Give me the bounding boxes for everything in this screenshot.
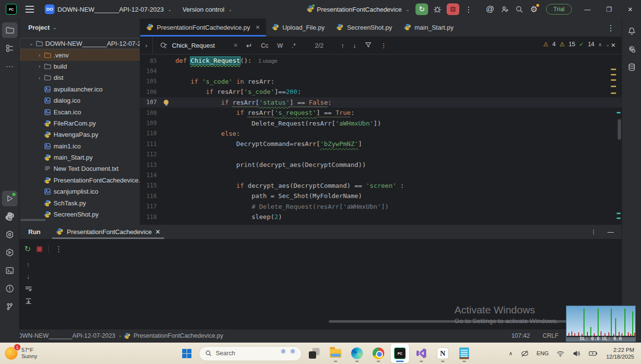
rerun-button[interactable]: ↻ <box>24 244 31 254</box>
more-tool-windows-button[interactable]: ⋯ <box>2 58 18 74</box>
task-view-button[interactable] <box>305 344 323 363</box>
tree-item-schtask-py[interactable]: SchTask.py <box>19 197 140 208</box>
version-control-tool-button[interactable] <box>2 299 18 314</box>
caret-position[interactable]: 107:42 <box>511 332 530 339</box>
filter-search-button[interactable] <box>365 41 372 50</box>
breadcrumb-project[interactable]: DOWN-NEW_______API-12-07-2023 <box>13 332 115 339</box>
words-toggle[interactable]: W <box>277 42 283 49</box>
project-tool-button[interactable] <box>2 22 18 38</box>
ai-assistant-icon[interactable]: @ <box>483 2 497 16</box>
window-restore-button[interactable]: ❐ <box>598 0 620 18</box>
code-line-108[interactable]: 108if resArr['s_request'] == True: <box>140 108 622 118</box>
notifications-bell-button[interactable] <box>624 23 640 39</box>
services-tool-button[interactable] <box>2 245 18 260</box>
more-actions-kebab[interactable]: ⋮ <box>461 2 476 16</box>
stop-button[interactable] <box>447 3 459 15</box>
taskbar-icon-chrome[interactable] <box>369 344 388 363</box>
tree-item-build[interactable]: ›build <box>19 61 140 72</box>
intention-bulb-icon[interactable] <box>157 100 175 105</box>
code-line-111[interactable]: 111DecryptCommand=resArr['bZywPmNZ'] <box>140 139 622 149</box>
new-line-toggle[interactable]: ↵ <box>246 41 252 50</box>
project-widget[interactable]: DO DOWN-NEW_______API-12-07-2023 ⌄ <box>41 2 176 17</box>
window-close-button[interactable]: ✕ <box>620 0 641 18</box>
code-line-107[interactable]: 107if resArr['status'] == False: <box>140 97 622 108</box>
wifi-icon[interactable] <box>556 349 565 358</box>
warning-stripe-mark[interactable] <box>611 74 616 75</box>
code-with-me-icon[interactable] <box>497 2 512 16</box>
start-button[interactable] <box>177 344 196 363</box>
tree-item-havengapas-py[interactable]: HavengaPas.py <box>19 129 140 140</box>
code-line-85[interactable]: 85def Chick_Request():1 usage <box>140 55 622 66</box>
tree-item-new-text-document-txt[interactable]: New Text Document.txt <box>19 163 140 174</box>
hidden-icons-chevron[interactable]: ∧ <box>509 350 512 357</box>
code-line-105[interactable]: 105if 's_code' in resArr: <box>140 76 622 87</box>
close-find-bar-icon[interactable]: ✕ <box>611 42 616 49</box>
python-console-tool-button[interactable] <box>2 227 18 242</box>
code-line-117[interactable]: 117# Delete_Request(resArr['aWHmxUbn']) <box>140 201 622 211</box>
scroll-to-end-button[interactable] <box>25 297 32 305</box>
code-line-114[interactable]: 114 <box>140 170 622 180</box>
weather-widget[interactable]: 1 57°F Sunny <box>5 347 38 360</box>
tree-item-down-new-api-12-07-2023[interactable]: ⌄DOWN-NEW_______API-12-07-2023 <box>19 38 140 49</box>
vcs-widget[interactable]: Version control ⌄ <box>179 2 236 17</box>
tree-item-escan-ico[interactable]: Escan.ico <box>19 106 140 117</box>
editor-tab-main-start-py[interactable]: main_Start.py <box>398 18 459 36</box>
tree-item-dist[interactable]: ›dist <box>19 72 140 83</box>
main-menu-icon[interactable] <box>25 6 34 13</box>
close-run-tab-icon[interactable]: ✕ <box>155 228 160 236</box>
problems-tool-button[interactable] <box>2 281 18 296</box>
run-toolbar-kebab[interactable]: ⋮ <box>55 244 62 254</box>
tree-item-main1-ico[interactable]: main1.ico <box>19 141 140 152</box>
project-tree-hscrollbar[interactable] <box>20 219 46 221</box>
code-line-106[interactable]: 106if resArr['s_code']==200: <box>140 87 622 97</box>
run-button[interactable]: ↻ <box>415 3 428 15</box>
code-line-116[interactable]: 116path = Sec_Shot(MyFolderName) <box>140 191 622 201</box>
tab-options-kebab[interactable]: ⋮ <box>607 23 615 33</box>
previous-occurrence-button[interactable]: ↑ <box>341 42 344 49</box>
battery-charging-icon[interactable] <box>588 349 598 357</box>
find-expander-chevron[interactable]: › <box>140 37 153 54</box>
find-field[interactable]: Chick_Request ✕ <box>160 42 242 49</box>
debug-button[interactable] <box>430 2 445 16</box>
down-stacktrace-button[interactable]: ↓ <box>27 273 30 280</box>
tree-item-main-start-py[interactable]: main_Start.py <box>19 152 140 163</box>
tree-chevron-icon[interactable]: › <box>35 75 44 81</box>
taskbar-icon-file-explorer[interactable] <box>326 344 345 363</box>
taskbar-icon-pycharm[interactable]: PC <box>391 344 409 363</box>
run-tab[interactable]: PresentationFontCachedevice ✕ <box>54 225 162 239</box>
editor-tab-secreenshot-py[interactable]: SecreenShot.py <box>330 18 398 36</box>
tree-item-avpuilauncher-ico[interactable]: avpuilauncher.ico <box>19 84 140 95</box>
network-monitor-widget[interactable]: DL: 0.0 UL: 0.0 <box>566 306 636 342</box>
find-query-text[interactable]: Chick_Request <box>172 42 229 49</box>
inspections-widget[interactable]: ⚠ 4 ⚠ 15 ✓ 14 ∧ ⌄ <box>543 41 610 48</box>
code-line-104[interactable]: 104 <box>140 66 622 76</box>
editor-vertical-scrollbar[interactable] <box>618 119 621 140</box>
code-line-112[interactable]: 112 <box>140 149 622 160</box>
warning-stripe-mark[interactable] <box>611 79 616 81</box>
database-tool-button[interactable] <box>624 59 640 75</box>
tree-item-secreenshot-py[interactable]: SecreenShot.py <box>19 209 140 220</box>
warning-stripe-mark[interactable] <box>611 86 616 87</box>
code-line-118[interactable]: 118sleep(2) <box>140 212 622 222</box>
structure-tool-button[interactable] <box>2 40 18 56</box>
privacy-eye-icon[interactable] <box>521 349 529 358</box>
taskbar-search-box[interactable]: Search ❄ ❄ <box>199 346 302 361</box>
editor-tab-upload-file-py[interactable]: Upload_File.py <box>266 18 331 36</box>
run-panel-options-kebab[interactable]: ⋮ <box>590 228 597 236</box>
warning-stripe-mark[interactable] <box>611 69 616 70</box>
volume-icon[interactable] <box>572 349 581 358</box>
taskbar-icon-notepad[interactable] <box>455 344 473 363</box>
tree-chevron-icon[interactable]: › <box>35 63 44 69</box>
ai-assistant-tool-button[interactable] <box>624 41 640 57</box>
taskbar-icon-n-app[interactable]: N <box>434 344 452 363</box>
code-line-110[interactable]: 110else: <box>140 128 622 139</box>
python-packages-tool-button[interactable] <box>2 209 18 224</box>
run-tool-button[interactable] <box>2 191 18 206</box>
code-line-113[interactable]: 113print(decrypt_aes(DecryptCommand)) <box>140 160 622 170</box>
code-editor[interactable]: 85def Chick_Request():1 usage104105if 's… <box>140 55 622 225</box>
tree-item-presentationfontcachedevice-py[interactable]: PresentationFontCachedevice.py <box>19 175 140 186</box>
project-panel-header[interactable]: Project ⌄ <box>19 18 140 36</box>
search-everywhere-icon[interactable] <box>512 2 527 16</box>
run-config-widget[interactable]: PresentationFontCachedevice ⌄ <box>302 2 414 17</box>
tree-item-dialog-ico[interactable]: dialog.ico <box>19 95 140 106</box>
